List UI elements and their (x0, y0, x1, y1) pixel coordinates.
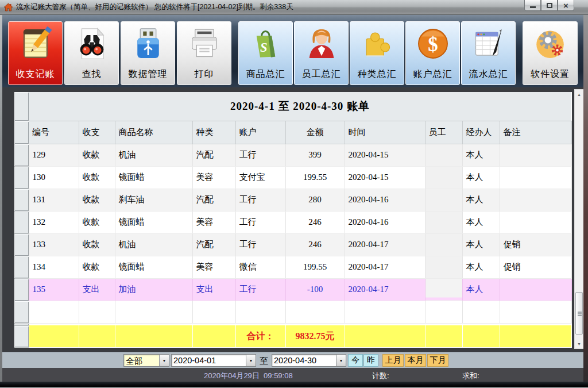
table-cell[interactable]: 促销 (500, 256, 571, 278)
scroll-down-icon[interactable]: ▼ (575, 339, 583, 348)
table-cell[interactable]: 246 (285, 211, 345, 233)
table-cell[interactable]: 收款 (79, 144, 115, 166)
vertical-scrollbar[interactable]: ▲ ▼ (574, 89, 584, 349)
table-cell[interactable]: 2020-04-15 (345, 144, 425, 166)
table-cell[interactable]: 加油 (115, 278, 192, 301)
table-cell[interactable]: 131 (29, 189, 79, 211)
table-cell[interactable]: 2020-04-15 (345, 166, 425, 189)
table-cell[interactable] (345, 301, 425, 323)
table-cell[interactable]: 129 (29, 144, 79, 166)
table-cell[interactable]: 美容 (192, 166, 235, 189)
toolbar-button-categories-summary[interactable]: 种类总汇 (350, 21, 404, 85)
table-cell[interactable]: 刹车油 (115, 189, 192, 211)
table-cell[interactable]: 收款 (79, 233, 115, 256)
table-row[interactable]: 134收款镜面蜡美容微信199.552020-04-17本人促销 (14, 256, 571, 278)
table-row[interactable]: 133收款机油汽配工行2462020-04-17本人促销 (14, 233, 571, 256)
table-cell[interactable]: 2020-04-16 (345, 189, 425, 211)
column-header-1[interactable]: 收支 (79, 121, 115, 144)
table-cell[interactable]: 汽配 (192, 233, 235, 256)
column-header-2[interactable]: 商品名称 (115, 121, 192, 144)
toolbar-button-settings[interactable]: 软件设置 (523, 21, 578, 85)
table-cell[interactable] (285, 301, 345, 323)
table-cell[interactable]: 本人 (462, 278, 500, 301)
chevron-down-icon[interactable]: ▼ (246, 355, 256, 366)
close-button[interactable]: × (558, 0, 574, 11)
table-cell[interactable]: 工行 (235, 189, 285, 211)
table-row[interactable] (14, 301, 571, 323)
table-row[interactable]: 131收款刹车油汽配工行2802020-04-16本人 (14, 189, 571, 211)
table-cell[interactable]: 收款 (79, 211, 115, 233)
table-cell[interactable]: 2020-04-16 (345, 211, 425, 233)
table-cell[interactable] (500, 166, 571, 189)
table-cell[interactable]: 本人 (462, 211, 500, 233)
table-cell[interactable]: 本人 (462, 233, 500, 256)
yesterday-button[interactable]: 昨 (363, 354, 378, 367)
this-month-button[interactable]: 本月 (405, 354, 426, 367)
row-selector[interactable] (14, 233, 29, 256)
row-selector[interactable] (14, 256, 29, 278)
table-cell[interactable]: 246 (285, 233, 345, 256)
table-cell[interactable]: 镜面蜡 (115, 211, 192, 233)
table-cell[interactable] (79, 301, 115, 323)
toolbar-button-transactions-summary[interactable]: 流水总汇 (461, 21, 516, 85)
row-selector[interactable] (14, 278, 29, 301)
toolbar-button-employees-summary[interactable]: 员工总汇 (294, 21, 349, 85)
chevron-down-icon[interactable]: ▼ (159, 355, 169, 366)
today-button[interactable]: 今 (348, 354, 363, 367)
table-cell[interactable]: 支出 (79, 278, 115, 301)
type-filter-select[interactable]: 全部 ▼ (123, 354, 169, 367)
date-to-select[interactable]: 2020-04-30 ▼ (272, 354, 346, 367)
table-cell[interactable]: 镜面蜡 (115, 166, 192, 189)
table-cell[interactable]: 工行 (235, 144, 285, 166)
table-cell[interactable]: 本人 (462, 144, 500, 166)
toolbar-button-products-summary[interactable]: S 商品总汇 (238, 21, 293, 85)
table-cell[interactable]: 支付宝 (235, 166, 285, 189)
column-header-5[interactable]: 金额 (285, 121, 345, 144)
row-selector[interactable] (14, 301, 29, 323)
table-cell[interactable]: 本人 (462, 189, 500, 211)
table-cell[interactable]: 133 (29, 233, 79, 256)
row-selector[interactable] (14, 92, 29, 121)
next-month-button[interactable]: 下月 (427, 354, 448, 367)
table-row[interactable]: 130收款镜面蜡美容支付宝199.552020-04-15本人 (14, 166, 571, 189)
table-cell[interactable]: 机油 (115, 233, 192, 256)
toolbar-button-accounts-summary[interactable]: $ 账户总汇 (405, 21, 460, 85)
row-selector[interactable] (14, 166, 29, 189)
date-from-select[interactable]: 2020-04-01 ▼ (171, 354, 256, 367)
maximize-button[interactable] (541, 0, 558, 11)
table-cell[interactable]: 本人 (462, 256, 500, 278)
table-cell[interactable] (425, 278, 462, 301)
chevron-down-icon[interactable]: ▼ (336, 355, 346, 366)
row-selector[interactable] (14, 189, 29, 211)
table-cell[interactable] (425, 189, 462, 211)
toolbar-button-search[interactable]: 查找 (64, 21, 119, 85)
table-cell[interactable] (425, 233, 462, 256)
table-cell[interactable]: 135 (29, 278, 79, 301)
table-cell[interactable] (500, 189, 571, 211)
table-cell[interactable] (425, 144, 462, 166)
table-cell[interactable] (425, 256, 462, 278)
column-header-9[interactable]: 备注 (500, 121, 571, 144)
table-cell[interactable] (425, 301, 462, 323)
table-cell[interactable] (425, 211, 462, 233)
scrollbar-thumb[interactable] (575, 292, 583, 335)
table-cell[interactable]: 机油 (115, 144, 192, 166)
table-cell[interactable]: 汽配 (192, 144, 235, 166)
prev-month-button[interactable]: 上月 (382, 354, 404, 367)
column-header-4[interactable]: 账户 (235, 121, 285, 144)
table-cell[interactable]: 汽配 (192, 189, 235, 211)
table-cell[interactable]: 199.55 (285, 166, 345, 189)
toolbar-button-print[interactable]: 打印 (177, 21, 231, 85)
table-row[interactable]: 135支出加油支出工行-1002020-04-17本人 (14, 278, 571, 301)
column-header-0[interactable]: 编号 (29, 121, 79, 144)
table-cell[interactable]: 199.55 (285, 256, 345, 278)
table-row[interactable]: 132收款镜面蜡美容工行2462020-04-16本人 (14, 211, 571, 233)
table-cell[interactable] (500, 211, 571, 233)
row-selector[interactable] (14, 121, 29, 144)
table-cell[interactable]: 134 (29, 256, 79, 278)
toolbar-button-data-management[interactable]: 数据管理 (121, 21, 175, 85)
column-header-3[interactable]: 种类 (192, 121, 235, 144)
table-cell[interactable]: 132 (29, 211, 79, 233)
table-cell[interactable] (235, 301, 285, 323)
table-cell[interactable]: 镜面蜡 (115, 256, 192, 278)
